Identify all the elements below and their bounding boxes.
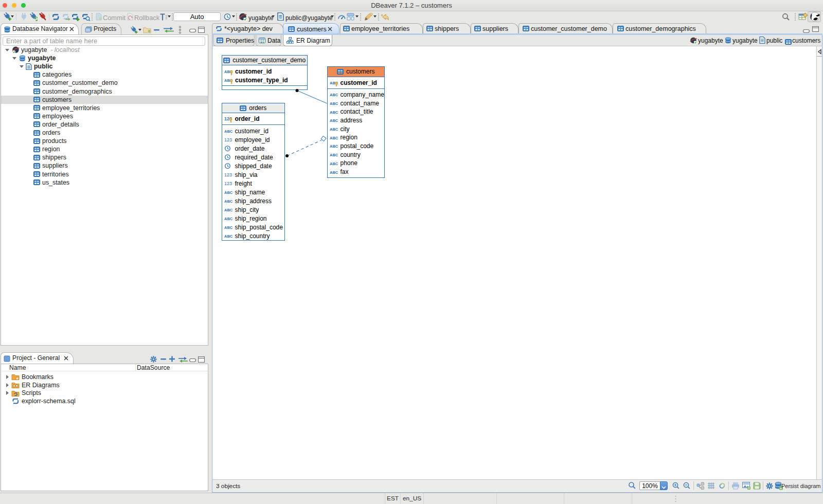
svg-text:ABC: ABC xyxy=(224,129,232,133)
svg-text:123: 123 xyxy=(224,181,232,186)
svg-text:ABC: ABC xyxy=(224,190,232,194)
svg-text:ABC: ABC xyxy=(224,217,232,221)
svg-text:ABC: ABC xyxy=(330,118,338,122)
svg-text:ABC: ABC xyxy=(330,110,338,114)
svg-text:ABC: ABC xyxy=(330,170,338,174)
svg-text:ABC: ABC xyxy=(330,101,338,105)
svg-text:ABC: ABC xyxy=(330,144,338,148)
svg-text:ABC: ABC xyxy=(330,136,338,140)
svg-text:123: 123 xyxy=(224,137,232,142)
svg-text:ABC: ABC xyxy=(224,208,232,212)
svg-text:ABC: ABC xyxy=(224,234,232,238)
svg-text:123: 123 xyxy=(224,172,232,177)
svg-text:ABC: ABC xyxy=(224,199,232,203)
svg-text:ABC: ABC xyxy=(330,93,338,97)
svg-text:ABC: ABC xyxy=(224,225,232,229)
svg-text:ABC: ABC xyxy=(330,161,338,166)
svg-text:ABC: ABC xyxy=(330,153,338,157)
svg-text:ABC: ABC xyxy=(330,127,338,131)
